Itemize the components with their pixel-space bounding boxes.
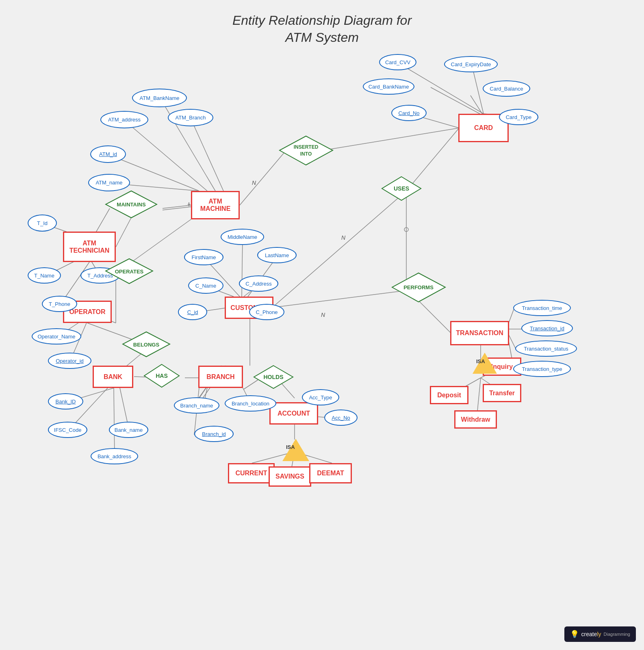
attr-ifsc-code: IFSC_Code (48, 422, 87, 438)
rel-inserted-into: INSERTED INTO (279, 135, 334, 166)
entity-current: CURRENT (228, 463, 275, 483)
svg-text:USES: USES (394, 185, 409, 192)
rel-maintains: MAINTAINS (105, 190, 158, 219)
attr-tx-type: Transaction_type (513, 361, 571, 377)
attr-bank-name: Bank_name (109, 422, 148, 438)
attr-t-name: T_Name (28, 267, 61, 284)
attr-card-balance: Card_Balance (483, 80, 530, 97)
entity-account: ACCOUNT (269, 402, 318, 425)
attr-operator-id: Operator_id (48, 353, 91, 369)
attr-c-phone: C_Phone (249, 304, 284, 320)
attr-atm-branch: ATM_Branch (168, 109, 213, 126)
attr-branch-location: Branch_location (225, 395, 276, 412)
entity-atm-machine: ATMMACHINE (191, 191, 240, 219)
attr-firstname: FirstName (184, 249, 223, 265)
entity-branch: BRANCH (198, 366, 243, 388)
svg-line-24 (114, 388, 115, 457)
svg-text:N: N (252, 180, 256, 186)
attr-tx-time: Transaction_time (513, 300, 571, 316)
attr-atm-name: ATM_name (88, 174, 130, 191)
attr-card-expirydate: Card_ExpiryDate (444, 56, 498, 72)
attr-lastname: LastName (257, 247, 297, 263)
attr-c-address: C_Address (239, 275, 278, 292)
attr-atm-address: ATM_address (100, 111, 148, 128)
attr-branch-name: Branch_name (174, 397, 219, 414)
svg-text:INTO: INTO (300, 151, 312, 157)
svg-line-49 (431, 87, 484, 116)
svg-line-45 (240, 152, 284, 205)
svg-text:N: N (341, 234, 346, 241)
attr-atm-id: ATM_id (90, 145, 126, 163)
svg-line-54 (272, 191, 406, 308)
svg-line-2 (191, 119, 223, 191)
attr-t-id: T_Id (28, 214, 57, 232)
attr-card-cvv: Card_CVV (379, 54, 416, 70)
svg-line-60 (508, 333, 516, 349)
isa-account-label: ISA (286, 444, 295, 450)
attr-operator-name: Operator_Name (32, 328, 81, 344)
svg-text:HAS: HAS (156, 373, 168, 379)
attr-acc-no: Acc_No (324, 410, 358, 426)
attr-tx-status: Transaction_status (515, 340, 577, 357)
attr-middlename: MiddleName (221, 229, 264, 245)
isa-transaction-label: ISA (476, 358, 485, 364)
svg-text:BELONGS: BELONGS (133, 342, 160, 348)
entity-savings: SAVINGS (269, 466, 311, 487)
entity-transfer: Transfer (483, 384, 521, 402)
svg-line-5 (163, 205, 191, 208)
attr-branch-id: Branch_id (194, 426, 234, 442)
attr-card-no: Card_No (391, 105, 427, 121)
attr-card-bankname: Card_BankName (363, 78, 414, 95)
svg-line-6 (163, 207, 191, 210)
entity-withdraw: Withdraw (454, 410, 497, 429)
svg-text:MAINTAINS: MAINTAINS (117, 202, 146, 208)
svg-marker-90 (280, 136, 333, 165)
attr-atm-bankname: ATM_BankName (132, 89, 187, 107)
rel-uses: USES (381, 176, 422, 201)
attr-bank-address: Bank_address (91, 448, 138, 464)
svg-text:OPERATES: OPERATES (115, 269, 144, 275)
entity-transaction: TRANSACTION (450, 321, 509, 345)
rel-performs: PERFORMS (391, 272, 446, 303)
attr-acc-type: Acc_Type (302, 389, 339, 405)
attr-card-type: Card_Type (499, 109, 538, 125)
entity-bank: BANK (93, 366, 133, 388)
svg-line-57 (272, 290, 406, 308)
rel-belongs: BELONGS (122, 331, 171, 358)
entity-deposit: Deposit (430, 386, 468, 404)
attr-c-id: C_id (178, 304, 207, 320)
attr-t-phone: T_Phone (42, 296, 77, 312)
canvas: Entity Relationship Diagram for ATM Syst… (0, 0, 644, 650)
attr-bank-id: Bank_ID (48, 393, 83, 410)
svg-text:HOLDS: HOLDS (264, 374, 284, 380)
entity-atm-technician: ATMTECHNICIAN (63, 232, 116, 262)
svg-text:N: N (321, 312, 325, 318)
attr-tx-id: Transaction_id (521, 320, 573, 336)
rel-has: HAS (143, 364, 180, 388)
rel-operates: OPERATES (105, 258, 154, 284)
entity-deemat: DEEMAT (309, 463, 352, 483)
rel-holds: HOLDS (253, 365, 294, 389)
svg-text:PERFORMS: PERFORMS (403, 284, 434, 290)
attr-c-name: C_Name (188, 277, 223, 294)
svg-text:INSERTED: INSERTED (294, 144, 319, 150)
